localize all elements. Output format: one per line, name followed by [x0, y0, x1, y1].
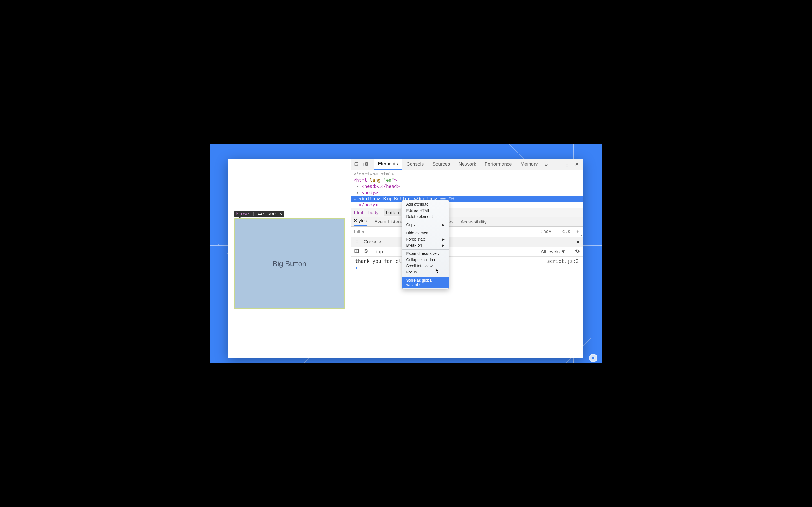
cls-toggle[interactable]: .cls: [559, 229, 570, 234]
ctx-break-on[interactable]: Break on▶: [402, 242, 449, 248]
chrome-logo-icon: [589, 354, 598, 362]
console-clear-icon[interactable]: [363, 248, 368, 255]
console-settings-icon[interactable]: [575, 248, 580, 255]
dom-breadcrumb: html body button: [351, 208, 583, 217]
ctx-hide[interactable]: Hide element: [402, 230, 449, 236]
ctx-add-attribute[interactable]: Add attribute: [402, 201, 449, 207]
crumb-body[interactable]: body: [368, 210, 378, 216]
dom-head[interactable]: <head>…</head>: [361, 184, 400, 189]
devtools-menu-icon[interactable]: ⋮: [562, 161, 572, 168]
styles-filter-row: Filter :hov .cls ＋: [351, 227, 583, 237]
console-run-icon[interactable]: [354, 248, 359, 255]
console-log-row: thank you for click script.js:2: [355, 258, 579, 264]
crumb-button[interactable]: button: [384, 209, 402, 216]
subtab-a11y[interactable]: Accessibility: [461, 219, 487, 225]
tooltip-separator: |: [252, 212, 255, 216]
console-close-icon[interactable]: ✕: [576, 239, 580, 245]
hov-toggle[interactable]: :hov: [541, 229, 552, 234]
console-menu-icon[interactable]: ⋮: [354, 238, 360, 245]
ctx-copy[interactable]: Copy▶: [402, 222, 449, 228]
console-log-source[interactable]: script.js:2: [547, 258, 579, 264]
styles-filter-input[interactable]: Filter: [354, 229, 365, 235]
tab-sources[interactable]: Sources: [428, 159, 454, 170]
inspect-icon[interactable]: [353, 161, 361, 168]
dom-tree[interactable]: <!doctype html> <html lang="en"> ▸ <head…: [351, 170, 583, 208]
console-log-text: thank you for click: [355, 258, 410, 264]
tab-memory[interactable]: Memory: [516, 159, 542, 170]
devtools-tabbar: Elements Console Sources Network Perform…: [351, 159, 583, 170]
device-toggle-icon[interactable]: [361, 161, 369, 168]
ctx-scroll-into-view[interactable]: Scroll into view: [402, 263, 449, 269]
dom-doctype: <!doctype html>: [354, 171, 395, 177]
console-toolbar: top All levels ▼: [351, 247, 583, 257]
dom-body-close: </body>: [359, 202, 378, 208]
console-prompt[interactable]: >: [355, 265, 579, 271]
element-tooltip: button | 447.3×365.5: [234, 211, 284, 217]
dom-body-open[interactable]: <body>: [361, 190, 378, 195]
ctx-expand[interactable]: Expand recursively: [402, 250, 449, 257]
styles-tabbar: Styles Event Listeners DOM … …rties Acce…: [351, 217, 583, 227]
page-pane: button | 447.3×365.5 Big Button: [228, 159, 351, 358]
ctx-delete-element[interactable]: Delete element: [402, 214, 449, 220]
tooltip-dims: 447.3×365.5: [258, 212, 282, 216]
tab-performance[interactable]: Performance: [480, 159, 516, 170]
tab-network[interactable]: Network: [455, 159, 480, 170]
crumb-html[interactable]: html: [354, 210, 363, 216]
console-title: Console: [364, 239, 381, 245]
ctx-collapse[interactable]: Collapse children: [402, 257, 449, 263]
subtab-styles[interactable]: Styles: [354, 218, 367, 226]
devtools-pane: Elements Console Sources Network Perform…: [351, 159, 583, 358]
big-button-label: Big Button: [273, 260, 306, 268]
slide-bg: button | 447.3×365.5 Big Button Elements…: [210, 144, 602, 363]
ctx-force-state[interactable]: Force state▶: [402, 236, 449, 242]
context-menu: Add attribute Edit as HTML Delete elemen…: [402, 200, 449, 289]
tab-elements[interactable]: Elements: [374, 159, 402, 170]
cursor-icon: [435, 268, 439, 274]
tooltip-tag: button: [236, 212, 250, 216]
dom-selected-node[interactable]: … <button> Big Button </button> == $0: [351, 196, 583, 202]
console-body[interactable]: thank you for click script.js:2 >: [351, 257, 583, 272]
console-levels[interactable]: All levels ▼: [541, 249, 566, 255]
add-rule-icon[interactable]: ＋: [575, 229, 580, 234]
big-button[interactable]: Big Button: [234, 218, 345, 309]
tabs-overflow-icon[interactable]: »: [542, 161, 550, 168]
ctx-edit-html[interactable]: Edit as HTML: [402, 207, 449, 214]
ctx-focus[interactable]: Focus: [402, 269, 449, 275]
tab-console[interactable]: Console: [402, 159, 428, 170]
devtools-close-icon[interactable]: ✕: [573, 161, 581, 167]
console-drawer-header: ⋮ Console ✕: [351, 237, 583, 247]
console-context[interactable]: top: [376, 249, 383, 255]
ctx-store-global[interactable]: Store as global variable: [402, 277, 449, 288]
